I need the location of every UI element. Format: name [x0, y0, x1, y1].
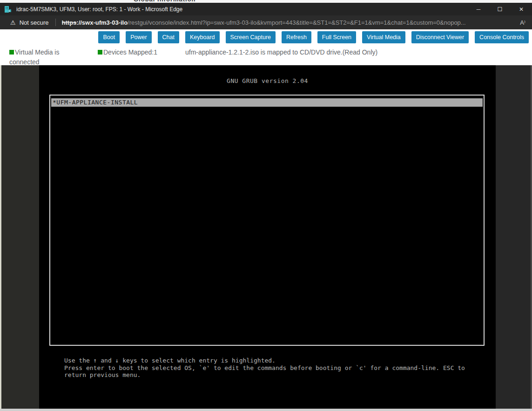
devices-mapped-status: Devices Mapped:1 — [98, 48, 157, 57]
chat-button[interactable]: Chat — [158, 31, 179, 43]
maximize-icon[interactable]: ☐ — [489, 3, 511, 15]
address-bar[interactable]: ⚠ Not secure https://swx-ufm3-03-ilo/res… — [0, 15, 532, 29]
iso-mapped-message: ufm-appliance-1.2.1-2.iso is mapped to C… — [185, 48, 377, 57]
power-button[interactable]: Power — [126, 31, 151, 43]
minimize-icon[interactable]: ─ — [468, 3, 489, 15]
console-region: GNU GRUB version 2.04 *UFM-APPLIANCE-INS… — [0, 65, 532, 409]
boot-button[interactable]: Boot — [98, 31, 120, 43]
url-path: /restgui/vconsole/index.html?ip=swx-ufm3… — [128, 19, 466, 26]
virtual-media-status-label: Virtual Media is connected — [9, 48, 59, 66]
url-host: ://swx-ufm3-03-ilo — [76, 19, 128, 26]
grub-help-text: Use the ↑ and ↓ keys to select which ent… — [64, 357, 483, 379]
disconnect-viewer-button[interactable]: Disconnect Viewer — [411, 31, 469, 43]
read-aloud-icon[interactable]: A⁾ — [520, 19, 525, 26]
window-controls: ─ ☐ ✕ — [468, 3, 532, 15]
warning-icon[interactable]: ⚠ — [10, 19, 16, 26]
browser-titlebar: idrac-5M7SMK3, UFM3, User: root, FPS: 1 … — [0, 3, 532, 15]
close-icon[interactable]: ✕ — [511, 3, 532, 15]
screen-capture-button[interactable]: Screen Capture — [226, 31, 276, 43]
console-right-margin — [496, 65, 531, 409]
security-label[interactable]: Not secure — [20, 19, 49, 26]
console-viewport[interactable]: GNU GRUB version 2.04 *UFM-APPLIANCE-INS… — [39, 65, 496, 409]
address-divider — [55, 19, 56, 26]
grub-help-line: Use the ↑ and ↓ keys to select which ent… — [64, 357, 483, 364]
grub-menu-entry-selected[interactable]: *UFM-APPLIANCE-INSTALL — [51, 98, 483, 107]
grub-menu-box: *UFM-APPLIANCE-INSTALL — [49, 95, 485, 346]
virtual-media-status: Virtual Media is connected — [9, 48, 69, 67]
grub-help-line: return previous menu. — [64, 371, 483, 379]
viewer-toolbar: Boot Power Chat Keyboard Screen Capture … — [0, 29, 532, 45]
green-square-icon — [98, 50, 102, 55]
grub-version-title: GNU GRUB version 2.04 — [39, 77, 496, 84]
idrac-favicon — [4, 6, 12, 13]
full-screen-button[interactable]: Full Screen — [317, 31, 356, 43]
green-square-icon — [9, 50, 14, 55]
console-controls-button[interactable]: Console Controls — [475, 31, 529, 43]
bottom-edge-strip — [0, 409, 532, 411]
grub-help-line: Press enter to boot the selected OS, `e'… — [64, 364, 483, 372]
keyboard-button[interactable]: Keyboard — [185, 31, 220, 43]
url-scheme: https — [62, 19, 77, 26]
console-left-margin — [1, 65, 39, 409]
status-bar: Virtual Media is connected Devices Mappe… — [0, 45, 532, 65]
window-title: idrac-5M7SMK3, UFM3, User: root, FPS: 1 … — [16, 6, 182, 13]
devices-mapped-label: Devices Mapped:1 — [103, 48, 157, 56]
url-text[interactable]: https://swx-ufm3-03-ilo/restgui/vconsole… — [62, 19, 517, 26]
refresh-button[interactable]: Refresh — [282, 31, 311, 43]
virtual-media-button[interactable]: Virtual Media — [362, 31, 405, 43]
